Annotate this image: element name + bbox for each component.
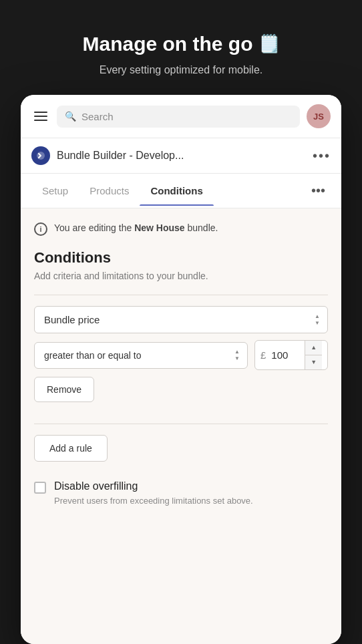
bundle-more-button[interactable]: •••: [313, 148, 331, 164]
bundle-price-select[interactable]: Bundle price Quantity Weight: [34, 306, 328, 333]
operator-select[interactable]: greater than or equal to less than or eq…: [34, 342, 248, 369]
tab-setup-label: Setup: [42, 185, 68, 196]
info-suffix: bundle.: [185, 222, 218, 233]
bundle-price-wrapper: Bundle price Quantity Weight: [34, 306, 328, 333]
disable-overfilling-checkbox[interactable]: [34, 482, 46, 494]
info-text: You are editing the New House bundle.: [54, 222, 218, 235]
hero-section: Manage on the go 🗒️ Every setting optimi…: [0, 0, 362, 95]
currency-symbol: £: [255, 349, 271, 361]
stepper-up-button[interactable]: ▲: [305, 341, 322, 355]
bundle-nav: Bundle Builder - Develop... •••: [21, 138, 341, 174]
tab-products-label: Products: [89, 185, 129, 196]
disable-overfilling-label: Disable overfilling: [54, 480, 253, 492]
terminal-icon: 🗒️: [258, 33, 280, 54]
info-icon: i: [34, 222, 47, 236]
hero-title: Manage on the go 🗒️: [21, 32, 341, 56]
divider-2: [34, 424, 328, 424]
info-prefix: You are editing the: [54, 222, 134, 233]
tab-setup[interactable]: Setup: [31, 176, 79, 206]
add-rule-label: Add a rule: [49, 443, 92, 454]
remove-button[interactable]: Remove: [34, 377, 94, 402]
header-bar: 🔍 Search JS: [21, 95, 341, 138]
search-placeholder: Search: [81, 111, 114, 122]
tab-products[interactable]: Products: [79, 176, 140, 206]
operator-select-wrapper: greater than or equal to less than or eq…: [34, 342, 248, 369]
tabs-bar: Setup Products Conditions •••: [21, 174, 341, 208]
hero-title-text: Manage on the go: [83, 32, 253, 56]
value-input[interactable]: [271, 342, 305, 368]
search-bar[interactable]: 🔍 Search: [57, 106, 300, 128]
stepper-down-button[interactable]: ▼: [305, 355, 322, 369]
disable-overfilling-desc: Prevent users from exceeding limitations…: [54, 495, 253, 507]
bundle-title: Bundle Builder - Develop...: [57, 150, 313, 162]
stepper-buttons: ▲ ▼: [305, 341, 322, 369]
disable-overfilling-row: Disable overfilling Prevent users from e…: [34, 480, 328, 507]
avatar[interactable]: JS: [307, 104, 331, 128]
section-desc: Add criteria and limitations to your bun…: [34, 271, 328, 281]
tabs-more-button[interactable]: •••: [306, 174, 331, 208]
disable-overfilling-label-group: Disable overfilling Prevent users from e…: [54, 480, 253, 507]
info-bundle-name: New House: [134, 222, 184, 233]
add-rule-button[interactable]: Add a rule: [34, 435, 108, 462]
value-input-wrapper: £ ▲ ▼: [254, 340, 328, 370]
tab-conditions-label: Conditions: [150, 185, 202, 196]
phone-card: 🔍 Search JS Bundle Builder - Develop... …: [21, 95, 341, 644]
section-title: Conditions: [34, 249, 328, 267]
hero-subtitle: Every setting optimized for mobile.: [21, 64, 341, 76]
condition-row: greater than or equal to less than or eq…: [34, 340, 328, 370]
avatar-initials: JS: [313, 112, 324, 122]
search-icon: 🔍: [65, 111, 76, 122]
tab-conditions[interactable]: Conditions: [140, 176, 213, 206]
bundle-icon: [31, 146, 50, 165]
hamburger-icon[interactable]: [31, 109, 50, 124]
divider-1: [34, 295, 328, 295]
main-content: i You are editing the New House bundle. …: [21, 208, 341, 644]
info-banner: i You are editing the New House bundle.: [34, 222, 328, 236]
